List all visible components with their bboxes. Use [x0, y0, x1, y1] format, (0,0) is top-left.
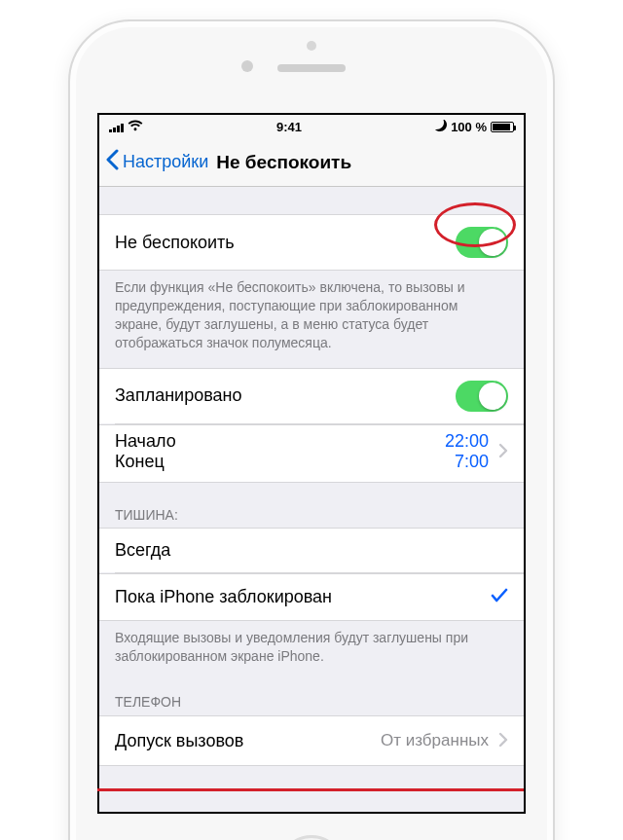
dnd-footer-note: Если функция «Не беспокоить» включена, т… [99, 271, 524, 356]
silence-locked-row[interactable]: Пока iPhone заблокирован [99, 573, 524, 621]
battery-icon [491, 122, 514, 132]
to-time: 7:00 [455, 452, 489, 472]
checkmark-icon [491, 586, 508, 608]
scheduled-label: Запланировано [115, 385, 456, 406]
dnd-toggle[interactable] [456, 227, 508, 258]
scheduled-toggle[interactable] [456, 381, 508, 412]
status-time: 9:41 [143, 120, 435, 134]
chevron-right-icon [489, 439, 508, 464]
status-bar: 9:41 100 % [99, 115, 524, 138]
iphone-frame: 9:41 100 % Настройки Не беспокоить Не бе… [68, 19, 555, 840]
wifi-icon [128, 120, 143, 133]
earpiece-speaker [277, 64, 346, 72]
allow-calls-value: От избранных [381, 731, 489, 750]
battery-percent: 100 % [451, 120, 487, 134]
front-camera [241, 60, 253, 72]
scheduled-toggle-row[interactable]: Запланировано [99, 368, 524, 423]
proximity-sensor [307, 41, 316, 51]
silence-always-row[interactable]: Всегда [99, 528, 524, 572]
do-not-disturb-moon-icon [435, 120, 447, 134]
page-title: Не беспокоить [216, 152, 351, 173]
back-chevron-icon[interactable] [105, 147, 121, 177]
scheduled-time-row[interactable]: Начало 22:00 Конец 7:00 [99, 424, 524, 483]
dnd-toggle-row[interactable]: Не беспокоить [99, 214, 524, 271]
cellular-signal-icon [109, 122, 124, 132]
navigation-bar: Настройки Не беспокоить [99, 138, 524, 187]
chevron-right-icon [489, 728, 508, 753]
home-button[interactable] [278, 835, 345, 840]
dnd-label: Не беспокоить [115, 233, 456, 253]
settings-content: Не беспокоить Если функция «Не беспокоит… [99, 187, 524, 812]
silence-footer-note: Входящие вызовы и уведомления будут загл… [99, 621, 524, 670]
phone-header: ТЕЛЕФОН [99, 670, 524, 715]
silence-locked-label: Пока iPhone заблокирован [115, 587, 491, 607]
allow-calls-row[interactable]: Допуск вызовов От избранных [99, 715, 524, 766]
silence-always-label: Всегда [115, 540, 508, 561]
back-button[interactable]: Настройки [123, 152, 208, 172]
allow-calls-label: Допуск вызовов [115, 731, 381, 751]
to-label: Конец [115, 452, 455, 472]
silence-header: ТИШИНА: [99, 483, 524, 529]
from-time: 22:00 [445, 431, 489, 452]
annotation-underline [97, 788, 524, 791]
screen: 9:41 100 % Настройки Не беспокоить Не бе… [97, 113, 526, 814]
from-label: Начало [115, 431, 445, 452]
